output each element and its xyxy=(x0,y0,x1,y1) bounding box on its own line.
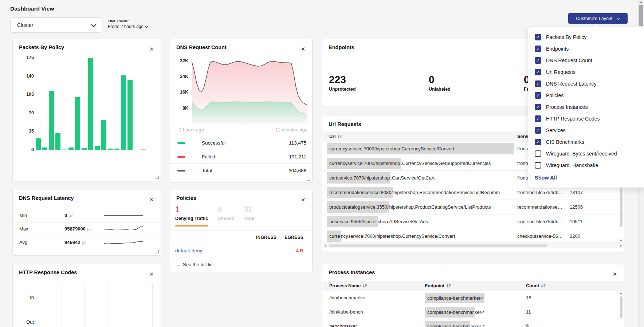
sort-icon xyxy=(541,284,546,288)
dns-request-count-legend: Successful113,475Failed191,211Total304,6… xyxy=(170,136,312,177)
menu-item-services[interactable]: ✓Services xyxy=(535,127,644,134)
y-axis-tick: 0 xyxy=(18,147,34,152)
time-range: TIME RANGE From: 2 hours ago xyxy=(108,19,148,29)
view-selector-dropdown[interactable]: Cluster xyxy=(10,17,102,33)
process-instances-table-body: /bin/benchmarkercompliance-benchmarker-*… xyxy=(323,291,624,327)
resize-grip[interactable] xyxy=(156,250,159,253)
latency-metric-label: Avg xyxy=(19,236,27,249)
column-header-ingress: INGRESS xyxy=(256,231,276,244)
menu-item-wireguard-handshake[interactable]: Wireguard. Handshake xyxy=(535,162,644,169)
menu-item-wireguard-bytes-sent-received[interactable]: Wireguard. Bytes sent/received xyxy=(535,150,644,157)
menu-item-cis-benchmarks[interactable]: ✓CIS Benchmarks xyxy=(535,139,644,145)
menu-item-process-instances[interactable]: ✓Process Instances xyxy=(535,104,644,110)
page-title: Dashboard View xyxy=(10,5,54,12)
close-icon[interactable] xyxy=(612,271,618,277)
time-range-value[interactable]: From: 2 hours ago xyxy=(108,24,148,29)
menu-item-label: Policies xyxy=(546,92,564,98)
stat-label: Unprotected xyxy=(329,87,356,92)
checkbox-checked-icon[interactable]: ✓ xyxy=(535,115,541,122)
column-header-url[interactable]: Url xyxy=(329,131,342,142)
vertical-scrollbar[interactable] xyxy=(620,296,623,327)
allowed-bar xyxy=(121,75,126,150)
url-highlighted-text: curre xyxy=(327,231,341,242)
chevron-down-icon xyxy=(617,16,620,20)
checkbox-checked-icon[interactable]: ✓ xyxy=(535,127,541,134)
menu-item-label: Process Instances xyxy=(546,104,588,110)
checkbox-unchecked-icon[interactable] xyxy=(535,162,541,169)
time-range-label: TIME RANGE xyxy=(108,19,148,23)
resize-grip[interactable] xyxy=(307,177,310,181)
column-header-process-name[interactable]: Process Name xyxy=(329,281,367,291)
policies-tab-denying-traffic[interactable]: 1Denying Traffic xyxy=(175,205,208,226)
menu-item-http-response-codes[interactable]: ✓HTTP Response Codes xyxy=(535,115,644,122)
allowed-bar xyxy=(55,133,60,150)
latency-value: 946942µs xyxy=(64,236,86,249)
dns-request-count-card: DNS Request Count 32K24K16K8K2 hours ago… xyxy=(170,39,313,183)
chevron-down-icon xyxy=(145,25,148,28)
policies-tab-total[interactable]: 31Total xyxy=(244,205,254,226)
close-icon[interactable] xyxy=(149,271,154,277)
scroll-left-icon[interactable] xyxy=(325,244,326,247)
latency-row-max: Max95879000µs xyxy=(13,222,161,236)
see-full-list-link[interactable]: →See the full list xyxy=(175,258,214,272)
checkbox-checked-icon[interactable]: ✓ xyxy=(535,80,541,87)
scrollbar-thumb[interactable] xyxy=(639,5,643,26)
process-instances-card: Process Instances Process NameEndpointCo… xyxy=(322,264,624,327)
customize-layout-button[interactable]: Customize Layout xyxy=(568,13,628,24)
card-title: Url Requests xyxy=(329,121,361,127)
column-header-endpoint[interactable]: Endpoint xyxy=(425,281,451,291)
menu-item-packets-by-policy[interactable]: ✓Packets By Policy xyxy=(535,34,644,40)
scroll-down-icon[interactable] xyxy=(620,240,623,241)
latency-unit: µs xyxy=(82,240,86,245)
menu-item-label: Url Requests xyxy=(546,69,576,75)
scroll-up-icon[interactable] xyxy=(640,1,643,3)
menu-item-label: CIS Benchmarks xyxy=(546,139,584,145)
latency-metric-label: Max xyxy=(19,222,28,236)
close-icon[interactable] xyxy=(300,197,306,203)
checkbox-checked-icon[interactable]: ✓ xyxy=(535,34,541,40)
scroll-up-icon[interactable] xyxy=(620,292,623,294)
resize-grip[interactable] xyxy=(156,176,159,179)
successful-swatch-icon xyxy=(177,142,185,144)
menu-item-policies[interactable]: ✓Policies xyxy=(535,92,644,99)
grid-line xyxy=(39,283,39,327)
allowed-bar xyxy=(68,147,74,150)
allowed-bar xyxy=(49,91,54,150)
menu-item-url-requests[interactable]: ✓Url Requests xyxy=(535,69,644,75)
endpoint-text: arker-* xyxy=(470,324,484,327)
close-icon[interactable] xyxy=(149,46,154,52)
endpoint-highlighted-text: compliance-benchmarker-* xyxy=(425,293,484,303)
checkbox-unchecked-icon[interactable] xyxy=(535,150,541,157)
menu-item-label: Wireguard. Bytes sent/received xyxy=(546,151,617,157)
allowed-bar xyxy=(42,147,47,150)
scroll-right-icon[interactable] xyxy=(620,244,622,247)
policy-link[interactable]: default-deny xyxy=(175,244,202,258)
close-icon[interactable] xyxy=(149,197,154,203)
checkbox-checked-icon[interactable]: ✓ xyxy=(535,139,541,145)
allowed-bar xyxy=(101,120,106,150)
checkbox-checked-icon[interactable]: ✓ xyxy=(535,92,541,99)
checkbox-checked-icon[interactable]: ✓ xyxy=(535,69,541,75)
legend-value: 113,475 xyxy=(289,136,306,150)
policies-tab-unused[interactable]: 0Unused xyxy=(217,205,234,226)
latency-row-avg: Avg946942µs xyxy=(13,236,161,249)
checkbox-checked-icon[interactable]: ✓ xyxy=(535,46,541,52)
http-response-codes-card: HTTP Response Codes InOut xyxy=(12,264,161,327)
column-header-count[interactable]: Count xyxy=(526,281,546,291)
show-all-link[interactable]: Show All xyxy=(535,175,644,181)
checkbox-checked-icon[interactable]: ✓ xyxy=(535,104,541,110)
allowed-bar xyxy=(82,148,87,150)
count-cell: 9 xyxy=(526,319,529,327)
row-label-in: In xyxy=(16,295,34,300)
endpoint-cell: compliance-benchmarker-* xyxy=(425,305,484,319)
url-text: .CurrencyService/GetSupportedCurrencies xyxy=(401,161,491,166)
menu-item-label: DNS Request Count xyxy=(546,58,592,63)
horizontal-scrollbar[interactable] xyxy=(323,243,624,248)
checkbox-checked-icon[interactable]: ✓ xyxy=(535,57,541,64)
menu-item-endpoints[interactable]: ✓Endpoints xyxy=(535,46,644,52)
area-chart-canvas xyxy=(170,39,312,130)
menu-item-dns-request-count[interactable]: ✓DNS Request Count xyxy=(535,57,644,64)
menu-item-dns-request-latency[interactable]: ✓DNS Request Latency xyxy=(535,80,644,87)
card-title: HTTP Response Codes xyxy=(19,269,77,275)
sparkline xyxy=(104,238,143,247)
